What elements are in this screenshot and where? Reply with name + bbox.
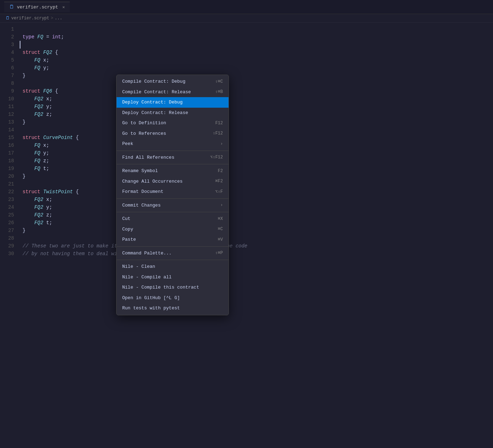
menu-item-deploy-debug[interactable]: Deploy Contract: Debug (117, 97, 229, 108)
menu-label-commit-changes: Commit Changes (122, 202, 220, 209)
menu-label-peek: Peek (122, 140, 220, 147)
commit-submenu-icon: › (220, 202, 223, 208)
menu-shortcut-change-all: ⌘F2 (215, 178, 223, 184)
menu-item-peek[interactable]: Peek › (117, 139, 229, 149)
code-line-25: FQ2 z; (20, 211, 493, 219)
code-line-26: FQ2 t; (20, 219, 493, 227)
menu-item-nile-compile-all[interactable]: Nile - Compile all (117, 272, 229, 283)
menu-shortcut-cut: ⌘X (218, 216, 223, 222)
code-line-10: FQ2 x; (20, 95, 493, 103)
menu-label-compile-debug: Compile Contract: Debug (122, 78, 215, 85)
breadcrumb-rest: ... (55, 16, 62, 21)
code-line-11: FQ2 y; (20, 103, 493, 111)
separator-6 (117, 260, 229, 260)
context-menu: Compile Contract: Debug ⇧⌘C Compile Cont… (116, 75, 229, 315)
tab-close-button[interactable]: ✕ (62, 5, 65, 10)
breadcrumb-file-icon: 🗒 (6, 15, 10, 21)
separator-2 (117, 164, 229, 164)
code-line-22: struct TwistPoint { (20, 188, 493, 196)
code-line-29: // These two are just to make it easier … (20, 242, 493, 250)
breadcrumb: 🗒 verifier.scrypt > ... (0, 14, 493, 23)
menu-label-cut: Cut (122, 215, 218, 222)
breadcrumb-file[interactable]: verifier.scrypt (11, 16, 49, 21)
code-line-6: FQ y; (20, 64, 493, 72)
menu-item-go-to-refs[interactable]: Go to References ⇧F12 (117, 128, 229, 139)
menu-item-commit-changes[interactable]: Commit Changes › (117, 200, 229, 211)
peek-submenu-icon: › (220, 141, 223, 147)
tab-label: verifier.scrypt (17, 5, 58, 10)
menu-shortcut-go-to-def: F12 (215, 120, 223, 126)
code-line-2: type FQ = int; (20, 33, 493, 41)
code-line-15: struct CurvePoint { (20, 134, 493, 141)
menu-item-change-all[interactable]: Change All Occurrences ⌘F2 (117, 176, 229, 187)
code-line-9: struct FQ6 { (20, 87, 493, 95)
menu-shortcut-command-palette: ⇧⌘P (215, 250, 223, 256)
menu-item-open-github[interactable]: Open in GitHub [^L G] (117, 293, 229, 303)
menu-label-find-all-refs: Find All References (122, 154, 210, 161)
code-line-12: FQ2 z; (20, 111, 493, 118)
menu-item-go-to-def[interactable]: Go to Definition F12 (117, 118, 229, 128)
menu-shortcut-find-all-refs: ⌥⇧F12 (210, 154, 223, 160)
menu-label-paste: Paste (122, 236, 218, 243)
menu-shortcut-compile-debug: ⇧⌘C (215, 78, 223, 85)
title-bar: 🗒 verifier.scrypt ✕ (0, 0, 493, 14)
code-line-19: FQ t; (20, 165, 493, 172)
code-line-1 (20, 25, 493, 33)
menu-item-copy[interactable]: Copy ⌘C (117, 224, 229, 235)
menu-label-rename-symbol: Rename Symbol (122, 168, 218, 175)
menu-item-nile-compile-contract[interactable]: Nile - Compile this contract (117, 282, 229, 293)
menu-label-change-all: Change All Occurrences (122, 178, 215, 185)
code-line-13: } (20, 118, 493, 126)
code-line-16: FQ x; (20, 141, 493, 149)
menu-label-copy: Copy (122, 226, 218, 233)
line-numbers: 1 2 3 4 5 6 7 8 9 10 11 12 13 14 15 16 1… (0, 23, 20, 447)
separator-5 (117, 246, 229, 247)
menu-label-compile-release: Compile Contract: Release (122, 89, 215, 96)
code-line-30: // by not having them to deal with z and… (20, 250, 493, 258)
code-line-8 (20, 80, 493, 87)
code-lines: type FQ = int; struct FQ2 { FQ x; FQ y; … (20, 23, 493, 447)
code-line-5: FQ x; (20, 56, 493, 64)
menu-label-open-github: Open in GitHub [^L G] (122, 295, 223, 302)
code-line-14 (20, 126, 493, 134)
menu-item-format-doc[interactable]: Format Document ⌥⇧F (117, 187, 229, 197)
menu-label-run-tests: Run tests with pytest (122, 305, 223, 312)
code-line-23: FQ2 x; (20, 196, 493, 203)
code-line-17: FQ y; (20, 149, 493, 157)
separator-4 (117, 212, 229, 212)
menu-label-go-to-refs: Go to References (122, 130, 213, 137)
separator-1 (117, 151, 229, 151)
menu-label-deploy-release: Deploy Contract: Release (122, 109, 223, 116)
code-line-7: } (20, 72, 493, 80)
breadcrumb-separator: > (51, 16, 53, 21)
menu-label-go-to-def: Go to Definition (122, 120, 215, 127)
menu-item-command-palette[interactable]: Command Palette... ⇧⌘P (117, 248, 229, 259)
menu-item-deploy-release[interactable]: Deploy Contract: Release (117, 108, 229, 118)
menu-item-run-tests[interactable]: Run tests with pytest (117, 303, 229, 314)
menu-label-nile-compile-all: Nile - Compile all (122, 274, 223, 281)
code-line-3 (20, 41, 493, 49)
menu-item-paste[interactable]: Paste ⌘V (117, 234, 229, 245)
menu-item-cut[interactable]: Cut ⌘X (117, 214, 229, 224)
menu-item-compile-release[interactable]: Compile Contract: Release ⇧⌘B (117, 87, 229, 97)
menu-label-command-palette: Command Palette... (122, 250, 215, 257)
separator-3 (117, 198, 229, 199)
menu-item-nile-clean[interactable]: Nile - Clean (117, 261, 229, 272)
menu-item-compile-debug[interactable]: Compile Contract: Debug ⇧⌘C (117, 76, 229, 87)
code-line-18: FQ z; (20, 157, 493, 165)
menu-label-nile-compile-contract: Nile - Compile this contract (122, 284, 223, 291)
file-icon: 🗒 (9, 4, 14, 10)
code-line-24: FQ2 y; (20, 203, 493, 211)
menu-item-rename-symbol[interactable]: Rename Symbol F2 (117, 166, 229, 176)
menu-item-find-all-refs[interactable]: Find All References ⌥⇧F12 (117, 152, 229, 163)
menu-shortcut-rename-symbol: F2 (218, 168, 223, 174)
code-editor: 1 2 3 4 5 6 7 8 9 10 11 12 13 14 15 16 1… (0, 23, 493, 447)
code-line-21 (20, 180, 493, 188)
menu-shortcut-go-to-refs: ⇧F12 (213, 130, 223, 137)
code-line-4: struct FQ2 { (20, 49, 493, 56)
menu-label-deploy-debug: Deploy Contract: Debug (122, 99, 223, 106)
code-line-28 (20, 234, 493, 242)
menu-shortcut-format-doc: ⌥⇧F (215, 189, 223, 195)
editor-tab[interactable]: 🗒 verifier.scrypt ✕ (4, 2, 70, 12)
menu-shortcut-paste: ⌘V (218, 236, 223, 243)
